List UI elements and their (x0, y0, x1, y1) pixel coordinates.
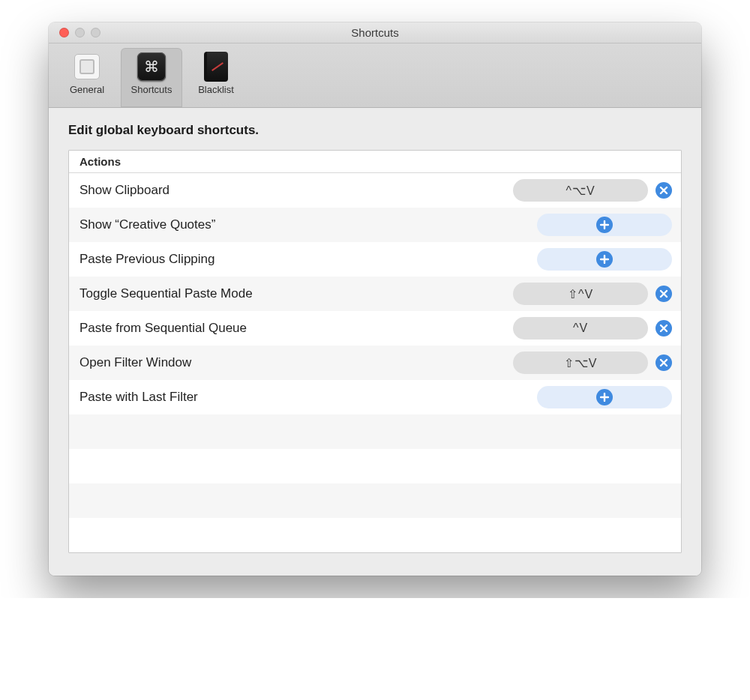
shortcut-recorder[interactable]: ^⌥V (513, 179, 648, 202)
shortcut-recorder[interactable]: ^V (513, 317, 648, 340)
table-row-empty (69, 483, 681, 518)
tab-general-label: General (70, 84, 104, 95)
preferences-window: Shortcuts General ⌘ Shortcuts Blacklist … (49, 22, 701, 576)
shortcut-group (537, 248, 672, 271)
tab-blacklist[interactable]: Blacklist (185, 48, 247, 107)
clear-shortcut-button[interactable] (656, 286, 672, 302)
table-row-empty (69, 414, 681, 449)
shortcut-group: ^V (513, 317, 672, 340)
shortcut-recorder[interactable] (537, 214, 672, 236)
shortcut-recorder[interactable] (537, 386, 672, 408)
table-row-empty (69, 449, 681, 483)
table-row: Paste from Sequential Queue ^V (69, 311, 681, 346)
shortcuts-table: Actions Show Clipboard ^⌥V Show “Creativ… (68, 150, 682, 553)
tab-blacklist-label: Blacklist (198, 84, 234, 95)
clear-shortcut-button[interactable] (656, 182, 672, 199)
shortcut-group (537, 214, 672, 236)
shortcut-group (537, 386, 672, 408)
table-row: Toggle Sequential Paste Mode ⇧^V (69, 277, 681, 311)
table-header: Actions (69, 151, 681, 173)
column-header-actions: Actions (80, 155, 121, 168)
close-button[interactable] (59, 28, 69, 37)
command-key-icon: ⌘ (137, 52, 166, 81)
table-row: Show Clipboard ^⌥V (69, 173, 681, 208)
table-row-empty (69, 518, 681, 552)
table-row: Paste Previous Clipping (69, 242, 681, 277)
add-shortcut-icon (596, 389, 613, 405)
table-row: Open Filter Window ⇧⌥V (69, 346, 681, 380)
add-shortcut-icon (596, 217, 613, 233)
toolbar: General ⌘ Shortcuts Blacklist (49, 43, 701, 108)
tab-general[interactable]: General (56, 48, 118, 107)
action-label: Show Clipboard (80, 183, 513, 198)
content-area: Edit global keyboard shortcuts. Actions … (49, 108, 701, 576)
shortcut-recorder[interactable]: ⇧^V (513, 283, 648, 305)
shortcut-group: ⇧^V (513, 283, 672, 305)
notebook-icon (204, 52, 228, 82)
action-label: Show “Creative Quotes” (80, 217, 537, 232)
table-row: Paste with Last Filter (69, 380, 681, 414)
clear-shortcut-button[interactable] (656, 354, 672, 371)
action-label: Paste with Last Filter (80, 390, 537, 405)
minimize-button[interactable] (75, 28, 85, 37)
action-label: Toggle Sequential Paste Mode (80, 286, 513, 301)
switch-icon (74, 54, 100, 79)
shortcut-group: ⇧⌥V (513, 351, 672, 374)
shortcut-recorder[interactable] (537, 248, 672, 271)
page-heading: Edit global keyboard shortcuts. (68, 123, 682, 138)
tab-shortcuts-label: Shortcuts (131, 84, 172, 95)
titlebar: Shortcuts (49, 22, 701, 43)
traffic-lights (49, 28, 100, 37)
window-title: Shortcuts (49, 26, 701, 39)
action-label: Paste Previous Clipping (80, 252, 537, 267)
tab-shortcuts[interactable]: ⌘ Shortcuts (121, 48, 182, 107)
add-shortcut-icon (596, 251, 613, 268)
zoom-button[interactable] (91, 28, 100, 37)
clear-shortcut-button[interactable] (656, 320, 672, 337)
shortcut-recorder[interactable]: ⇧⌥V (513, 351, 648, 374)
shortcut-group: ^⌥V (513, 179, 672, 202)
action-label: Paste from Sequential Queue (80, 321, 513, 336)
action-label: Open Filter Window (80, 355, 513, 370)
table-row: Show “Creative Quotes” (69, 208, 681, 242)
